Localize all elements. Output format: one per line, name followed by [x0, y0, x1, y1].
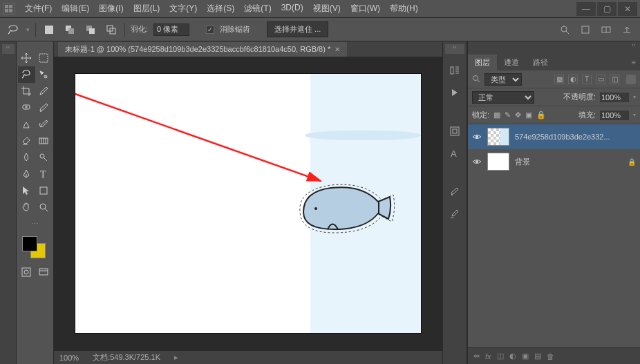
lock-position-icon[interactable]: ✥ [515, 111, 521, 119]
layer-row[interactable]: 574e9258d109b3de2e332... [468, 124, 640, 149]
brushes-panel-icon[interactable] [446, 184, 463, 200]
filter-smart-icon[interactable]: ◫ [610, 75, 619, 84]
layer-group-icon[interactable]: ▣ [522, 352, 529, 361]
lock-transparency-icon[interactable]: ▩ [493, 111, 500, 119]
fill-input[interactable] [600, 111, 629, 120]
crop-tool[interactable] [18, 83, 35, 99]
brush-tool[interactable] [35, 99, 53, 116]
visibility-icon[interactable] [472, 132, 482, 142]
tab-paths[interactable]: 路径 [526, 55, 555, 70]
menu-select[interactable]: 选择(S) [203, 1, 238, 16]
menu-filter[interactable]: 滤镜(T) [240, 1, 275, 16]
lock-paint-icon[interactable]: ✎ [505, 111, 511, 119]
zoom-level[interactable]: 100% [59, 354, 79, 362]
blend-mode-select[interactable]: 正常 [472, 91, 534, 104]
menu-3d[interactable]: 3D(D) [277, 1, 308, 16]
lasso-tool[interactable] [18, 66, 35, 83]
brush-settings-panel-icon[interactable] [446, 206, 463, 222]
opacity-input[interactable] [600, 93, 629, 102]
menu-type[interactable]: 文字(Y) [165, 1, 201, 16]
share-icon[interactable] [619, 22, 634, 37]
lasso-icon[interactable] [6, 22, 21, 37]
svg-point-43 [476, 135, 478, 138]
move-tool[interactable] [18, 50, 35, 66]
character-panel-icon[interactable]: A [446, 145, 463, 162]
delete-layer-icon[interactable]: 🗑 [547, 352, 554, 361]
menu-image[interactable]: 图像(I) [95, 1, 127, 16]
zoom-tool[interactable] [35, 199, 53, 215]
tab-layers[interactable]: 图层 [468, 55, 497, 70]
hand-tool[interactable] [18, 199, 35, 215]
lock-all-icon[interactable]: 🔒 [536, 111, 546, 119]
adjustment-layer-icon[interactable]: ◐ [509, 352, 516, 361]
window-close[interactable]: ✕ [618, 2, 637, 16]
arrange-docs-icon[interactable] [599, 22, 614, 37]
layer-fx-icon[interactable]: fx [485, 352, 491, 361]
selection-intersect-icon[interactable] [104, 22, 119, 37]
screen-mode-tool[interactable] [35, 264, 53, 280]
new-layer-icon[interactable]: ▤ [534, 352, 541, 361]
refine-edge-button[interactable]: 选择并遮住 ... [267, 21, 328, 37]
document-tab[interactable]: 未标题-1 @ 100% (574e9258d109b3de2e3325bacc… [58, 42, 347, 57]
svg-rect-39 [453, 129, 457, 133]
close-icon[interactable]: ✕ [335, 46, 340, 53]
history-panel-icon[interactable] [446, 62, 463, 79]
shape-tool[interactable] [35, 182, 53, 199]
gradient-tool[interactable] [35, 133, 53, 149]
foreground-color-swatch[interactable] [22, 236, 37, 251]
selection-new-icon[interactable] [41, 22, 57, 37]
toolbox-edit[interactable]: ⋯ [18, 215, 52, 232]
layer-mask-icon[interactable]: ◫ [497, 352, 504, 361]
lock-artboard-icon[interactable]: ▣ [525, 111, 532, 119]
antialias-checkbox[interactable]: ✓ [206, 26, 214, 34]
panel-menu-icon[interactable]: ≡ [628, 58, 640, 66]
selection-add-icon[interactable] [62, 22, 77, 37]
quick-select-tool[interactable] [35, 66, 53, 83]
menu-file[interactable]: 文件(F) [21, 1, 56, 16]
color-swatches[interactable] [18, 236, 53, 261]
dodge-tool[interactable] [35, 149, 53, 166]
svg-point-44 [476, 160, 478, 163]
actions-panel-icon[interactable] [446, 84, 463, 101]
pen-tool[interactable] [18, 166, 35, 182]
view-extras-icon[interactable] [578, 22, 593, 37]
properties-panel-icon[interactable] [446, 123, 463, 140]
layer-row[interactable]: 背景 🔒 [468, 149, 640, 174]
tab-channels[interactable]: 通道 [497, 55, 526, 70]
menu-layer[interactable]: 图层(L) [129, 1, 164, 16]
healing-brush-tool[interactable] [18, 99, 35, 116]
selection-subtract-icon[interactable] [83, 22, 98, 37]
window-minimize[interactable]: — [576, 2, 596, 16]
blur-tool[interactable] [18, 149, 35, 166]
right-dock-collapse[interactable]: ‹‹ [468, 41, 640, 54]
visibility-icon[interactable] [472, 157, 482, 166]
filter-shape-icon[interactable]: ▭ [596, 75, 605, 84]
history-brush-tool[interactable] [35, 116, 53, 133]
search-icon[interactable] [557, 22, 572, 37]
svg-rect-38 [451, 127, 459, 135]
filter-toggle[interactable] [626, 75, 636, 84]
menu-edit[interactable]: 编辑(E) [57, 1, 93, 16]
filter-pixel-icon[interactable]: ▩ [554, 75, 564, 84]
layer-kind-select[interactable]: 类型 [484, 73, 522, 86]
left-dock-collapse[interactable]: ‹‹ [0, 41, 17, 364]
eraser-tool[interactable] [18, 133, 35, 149]
link-layers-icon[interactable]: ⇔ [473, 352, 480, 361]
marquee-tool[interactable] [35, 50, 53, 66]
fish-drawing [297, 178, 400, 240]
mid-dock: ‹‹ A [442, 41, 467, 364]
eyedropper-tool[interactable] [35, 83, 53, 99]
svg-rect-13 [582, 26, 589, 33]
filter-type-icon[interactable]: T [582, 75, 592, 84]
feather-input[interactable] [153, 23, 189, 36]
filter-adjust-icon[interactable]: ◐ [568, 75, 578, 84]
menu-window[interactable]: 窗口(W) [346, 1, 384, 16]
window-maximize[interactable]: ▢ [597, 2, 617, 16]
canvas[interactable] [75, 74, 421, 333]
clone-stamp-tool[interactable] [18, 116, 35, 133]
menu-view[interactable]: 视图(V) [309, 1, 345, 16]
menu-help[interactable]: 帮助(H) [386, 1, 422, 16]
path-select-tool[interactable] [18, 182, 35, 199]
type-tool[interactable]: T [35, 166, 53, 182]
quick-mask-tool[interactable] [18, 264, 35, 280]
